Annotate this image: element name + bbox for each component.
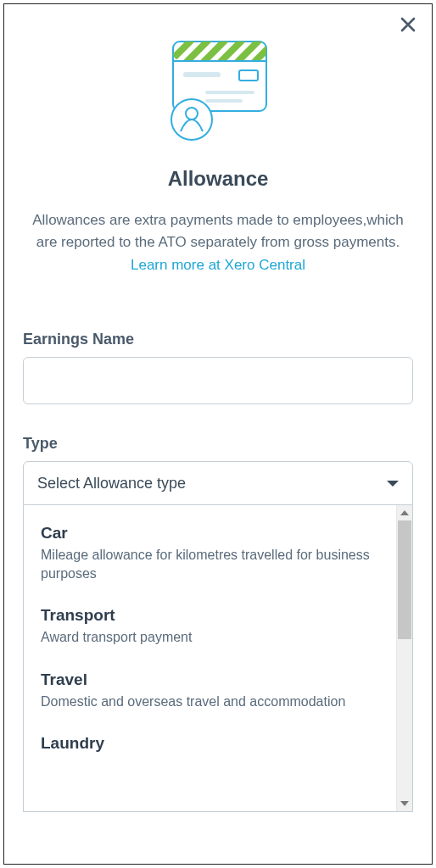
allowance-modal: Allowance Allowances are extra payments …: [3, 3, 433, 865]
option-desc: Mileage allowance for kilometres travell…: [41, 546, 379, 582]
close-icon: [400, 16, 416, 33]
type-option-transport[interactable]: Transport Award transport payment: [41, 606, 379, 647]
scroll-down-button[interactable]: [397, 796, 412, 811]
earnings-name-field: Earnings Name: [23, 331, 413, 404]
svg-rect-9: [173, 60, 266, 62]
type-listbox: Car Mileage allowance for kilometres tra…: [23, 505, 413, 812]
option-desc: Domestic and overseas travel and accommo…: [41, 693, 379, 711]
option-title: Laundry: [41, 734, 379, 753]
scrollbar[interactable]: [396, 505, 412, 811]
modal-title: Allowance: [23, 167, 413, 191]
triangle-up-icon: [400, 510, 409, 515]
type-label: Type: [23, 435, 413, 453]
earnings-name-input[interactable]: [23, 357, 413, 404]
svg-rect-11: [239, 70, 258, 81]
type-field: Type Select Allowance type Car Mileage a…: [23, 435, 413, 812]
scrollbar-thumb[interactable]: [398, 520, 411, 639]
modal-description: Allowances are extra payments made to em…: [30, 209, 406, 276]
description-text: Allowances are extra payments made to em…: [32, 212, 404, 250]
option-desc: Award transport payment: [41, 628, 379, 647]
earnings-name-label: Earnings Name: [23, 331, 413, 348]
svg-rect-12: [205, 91, 254, 94]
type-option-laundry[interactable]: Laundry: [41, 734, 379, 753]
svg-rect-13: [205, 99, 243, 103]
learn-more-link[interactable]: Learn more at Xero Central: [131, 257, 305, 273]
type-option-travel[interactable]: Travel Domestic and overseas travel and …: [41, 670, 379, 711]
scroll-up-button[interactable]: [397, 505, 412, 520]
option-title: Travel: [41, 670, 379, 689]
type-select[interactable]: Select Allowance type: [23, 461, 413, 505]
type-options-scroll[interactable]: Car Mileage allowance for kilometres tra…: [24, 505, 396, 811]
type-option-car[interactable]: Car Mileage allowance for kilometres tra…: [41, 524, 379, 582]
svg-rect-10: [183, 72, 221, 77]
option-title: Transport: [41, 606, 379, 625]
chevron-down-icon: [387, 481, 399, 487]
type-select-placeholder: Select Allowance type: [37, 475, 186, 492]
hero-illustration: [23, 35, 413, 145]
triangle-down-icon: [400, 801, 409, 806]
option-title: Car: [41, 524, 379, 542]
close-button[interactable]: [400, 16, 416, 33]
